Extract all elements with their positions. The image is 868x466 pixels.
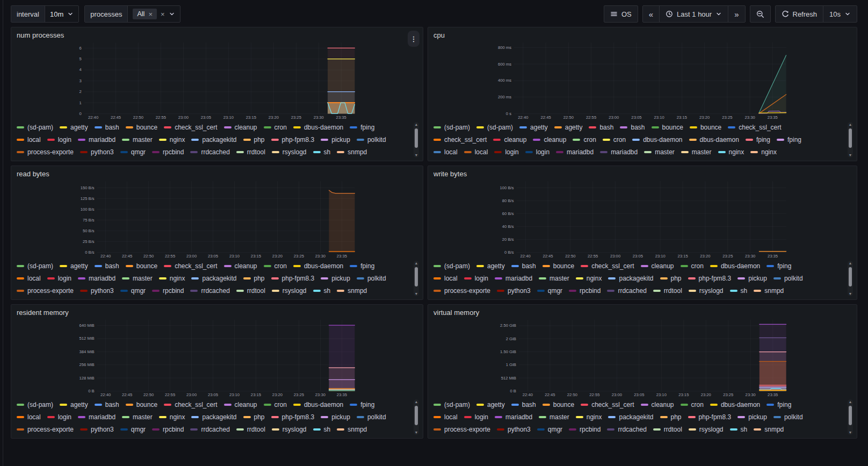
legend-item[interactable]: packagekitd (191, 413, 236, 421)
legend-item[interactable]: cleanup (533, 136, 566, 144)
legend-item[interactable]: fping (766, 262, 791, 270)
scroll-down-icon[interactable]: ▼ (414, 153, 419, 157)
legend-item[interactable]: polkitd (357, 413, 386, 421)
legend-item[interactable]: rpcbind (569, 287, 601, 295)
legend-item[interactable]: snmpd (754, 287, 784, 295)
legend-item[interactable]: sh (730, 287, 748, 295)
legend-item[interactable]: rrdcached (607, 426, 646, 433)
time-shift-forward-button[interactable]: » (728, 5, 745, 23)
legend-item[interactable]: python3 (497, 426, 531, 433)
legend-item[interactable]: cleanup (641, 262, 674, 270)
legend-item[interactable]: cron (681, 401, 704, 408)
legend-item[interactable]: cron (573, 136, 596, 144)
legend-item[interactable]: mariadbd (78, 413, 115, 421)
panel-title[interactable]: write bytes (433, 170, 467, 178)
legend-item[interactable]: login (47, 275, 71, 282)
panel-menu-button[interactable]: ⋮ (408, 31, 419, 47)
legend-item[interactable]: bounce (126, 401, 157, 408)
chart-cpu[interactable]: 0 s200 ms400 ms600 ms800 ms22:4022:4522:… (430, 40, 853, 120)
legend-scrollbar[interactable]: ▲▼ (848, 399, 853, 435)
legend-item[interactable]: agetty (60, 262, 88, 270)
remove-chip-icon[interactable]: × (148, 11, 153, 18)
scrollbar-thumb[interactable] (849, 128, 852, 148)
legend-item[interactable]: python3 (497, 287, 531, 295)
legend-item[interactable]: process-exporte (17, 148, 74, 156)
legend-item[interactable]: pickup (737, 413, 767, 421)
legend-item[interactable]: dbus-daemon (689, 136, 739, 144)
legend-item[interactable]: php-fpm8.3 (271, 136, 315, 144)
legend-item[interactable]: php-fpm8.3 (688, 413, 732, 421)
legend-item[interactable]: rrdcached (190, 426, 229, 433)
legend-item[interactable]: master (644, 148, 675, 156)
legend-item[interactable]: process-exporte (433, 426, 490, 433)
scroll-down-icon[interactable]: ▼ (414, 292, 419, 296)
legend-item[interactable]: check_ssl_cert (581, 401, 634, 408)
refresh-button[interactable]: Refresh (775, 5, 824, 23)
legend-item[interactable]: rsyslogd (272, 148, 307, 156)
scroll-up-icon[interactable]: ▲ (848, 123, 853, 126)
legend-item[interactable]: qmgr (537, 426, 562, 433)
legend-item[interactable]: mariadbd (495, 275, 532, 282)
legend-item[interactable]: snmpd (337, 148, 367, 156)
scrollbar-thumb[interactable] (415, 406, 418, 425)
legend-item[interactable]: mariadbd (78, 275, 115, 282)
scrollbar-thumb[interactable] (849, 267, 852, 286)
legend-item[interactable]: fping (777, 136, 801, 144)
legend-item[interactable]: bounce (542, 262, 574, 270)
legend-item[interactable]: sh (313, 287, 331, 295)
processes-selected-chip[interactable]: All × (133, 9, 157, 19)
legend-item[interactable]: (sd-pam) (433, 262, 470, 270)
legend-item[interactable]: nginx (576, 413, 602, 421)
legend-item[interactable]: rsyslogd (272, 426, 307, 433)
legend-item[interactable]: python3 (80, 426, 114, 433)
legend-item[interactable]: bash (95, 262, 119, 270)
legend-item[interactable]: dbus-daemon (293, 124, 343, 131)
legend-item[interactable]: dbus-daemon (293, 262, 343, 270)
legend-scrollbar[interactable]: ▲▼ (848, 261, 853, 296)
panel-title[interactable]: resident memory (17, 309, 69, 317)
legend-item[interactable]: cron (264, 124, 287, 131)
legend-item[interactable]: dbus-daemon (710, 262, 760, 270)
legend-item[interactable]: dbus-daemon (710, 401, 760, 408)
legend-item[interactable]: process-exporte (17, 287, 74, 295)
legend-item[interactable]: dbus-daemon (632, 136, 682, 144)
legend-item[interactable]: php-fpm8.3 (271, 275, 315, 282)
legend-item[interactable]: sh (313, 426, 331, 433)
legend-item[interactable]: php (243, 136, 265, 144)
legend-item[interactable]: dbus-daemon (293, 401, 343, 408)
variable-interval-dropdown[interactable]: 10m (45, 6, 78, 22)
legend-item[interactable]: polkitd (357, 136, 386, 144)
legend-item[interactable]: agetty (476, 401, 505, 408)
legend-item[interactable]: sh (313, 148, 331, 156)
legend-item[interactable]: snmpd (337, 287, 367, 295)
legend-item[interactable]: rrdtool (236, 287, 265, 295)
legend-item[interactable]: rrdtool (653, 287, 682, 295)
legend-item[interactable]: rsyslogd (689, 426, 724, 433)
scrollbar-thumb[interactable] (849, 406, 852, 425)
legend-item[interactable]: cleanup (224, 262, 257, 270)
legend-item[interactable]: fping (350, 124, 374, 131)
legend-item[interactable]: mariadbd (78, 136, 115, 144)
legend-item[interactable]: php (243, 413, 265, 421)
legend-item[interactable]: bounce (652, 124, 683, 131)
legend-item[interactable]: php-fpm8.3 (271, 413, 315, 421)
legend-item[interactable]: bounce (126, 124, 157, 131)
legend-scrollbar[interactable]: ▲▼ (414, 122, 419, 157)
legend-item[interactable]: process-exporte (433, 287, 490, 295)
legend-item[interactable]: mariadbd (495, 413, 532, 421)
legend-item[interactable]: check_ssl_cert (581, 262, 634, 270)
legend-item[interactable]: rrdcached (190, 148, 229, 156)
legend-item[interactable]: (sd-pam) (17, 124, 53, 131)
variable-processes-dropdown[interactable]: All × × (128, 6, 179, 22)
legend-item[interactable]: check_ssl_cert (728, 124, 781, 131)
legend-item[interactable]: process-exporte (17, 426, 74, 433)
legend-item[interactable]: polkitd (773, 275, 803, 282)
legend-item[interactable]: cleanup (224, 124, 257, 131)
legend-item[interactable]: nginx (750, 148, 777, 156)
legend-item[interactable]: cron (603, 136, 626, 144)
legend-item[interactable]: fping (350, 262, 374, 270)
legend-item[interactable]: agetty (60, 401, 88, 408)
scroll-up-icon[interactable]: ▲ (414, 261, 419, 265)
legend-item[interactable]: python3 (80, 148, 114, 156)
legend-item[interactable]: cron (264, 401, 287, 408)
